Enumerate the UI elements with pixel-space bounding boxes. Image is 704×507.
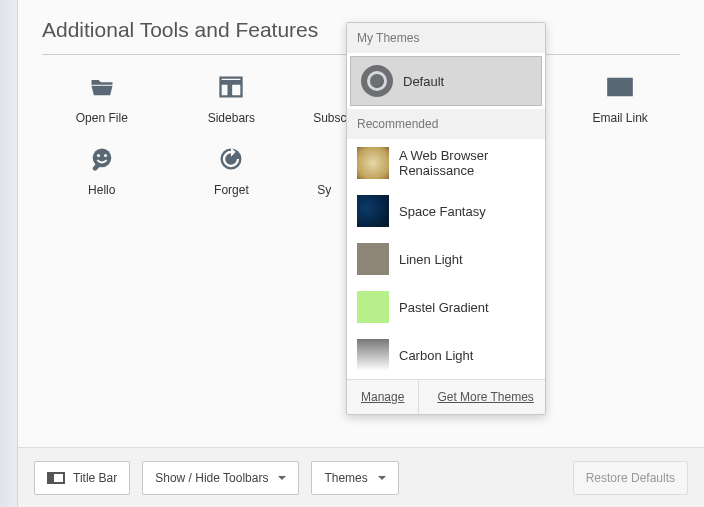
theme-swatch	[357, 195, 389, 227]
tool-email-link[interactable]: Email Link	[560, 71, 680, 125]
smile-icon	[86, 143, 118, 175]
popup-section-recommended: Recommended	[347, 109, 545, 139]
theme-label: Space Fantasy	[399, 204, 486, 219]
chevron-down-icon	[278, 476, 286, 480]
theme-swatch	[357, 291, 389, 323]
tool-label: Sy	[317, 183, 331, 197]
svg-point-1	[97, 154, 100, 157]
tool-open-file[interactable]: Open File	[42, 71, 162, 125]
bottom-toolbar: Title Bar Show / Hide Toolbars Themes Re…	[18, 447, 704, 507]
theme-label: Carbon Light	[399, 348, 473, 363]
button-label: Title Bar	[73, 471, 117, 485]
theme-swatch	[357, 147, 389, 179]
theme-label: Default	[403, 74, 444, 89]
sidebars-icon	[215, 71, 247, 103]
folder-icon	[86, 71, 118, 103]
tool-forget[interactable]: Forget	[172, 143, 292, 197]
themes-popup: My Themes Default Recommended A Web Brow…	[346, 22, 546, 415]
theme-label: Pastel Gradient	[399, 300, 489, 315]
get-more-themes-link[interactable]: Get More Themes	[419, 380, 547, 414]
manage-themes-link[interactable]: Manage	[347, 380, 419, 414]
theme-pastel-gradient[interactable]: Pastel Gradient	[347, 283, 545, 331]
tool-sidebars[interactable]: Sidebars	[172, 71, 292, 125]
theme-space-fantasy[interactable]: Space Fantasy	[347, 187, 545, 235]
firefox-icon	[361, 65, 393, 97]
title-bar-button[interactable]: Title Bar	[34, 461, 130, 495]
tool-label: Hello	[88, 183, 115, 197]
chevron-down-icon	[378, 476, 386, 480]
svg-point-2	[104, 154, 107, 157]
forget-icon	[215, 143, 247, 175]
tool-label: Open File	[76, 111, 128, 125]
theme-swatch	[357, 243, 389, 275]
theme-renaissance[interactable]: A Web Browser Renaissance	[347, 139, 545, 187]
window-left-edge	[0, 0, 18, 507]
restore-defaults-button[interactable]: Restore Defaults	[573, 461, 688, 495]
show-hide-toolbars-button[interactable]: Show / Hide Toolbars	[142, 461, 299, 495]
tool-label: Sidebars	[208, 111, 255, 125]
tool-hello[interactable]: Hello	[42, 143, 162, 197]
themes-button[interactable]: Themes	[311, 461, 398, 495]
theme-default[interactable]: Default	[350, 56, 542, 106]
popup-footer: Manage Get More Themes	[347, 379, 545, 414]
button-label: Themes	[324, 471, 367, 485]
svg-point-0	[92, 149, 111, 168]
titlebar-icon	[47, 472, 65, 484]
theme-label: Linen Light	[399, 252, 463, 267]
theme-carbon-light[interactable]: Carbon Light	[347, 331, 545, 379]
button-label: Restore Defaults	[586, 471, 675, 485]
theme-swatch	[357, 339, 389, 371]
button-label: Show / Hide Toolbars	[155, 471, 268, 485]
theme-label: A Web Browser Renaissance	[399, 148, 535, 178]
tool-label: Forget	[214, 183, 249, 197]
popup-section-my-themes: My Themes	[347, 23, 545, 53]
theme-linen-light[interactable]: Linen Light	[347, 235, 545, 283]
tool-label: Email Link	[593, 111, 648, 125]
envelope-icon	[604, 71, 636, 103]
